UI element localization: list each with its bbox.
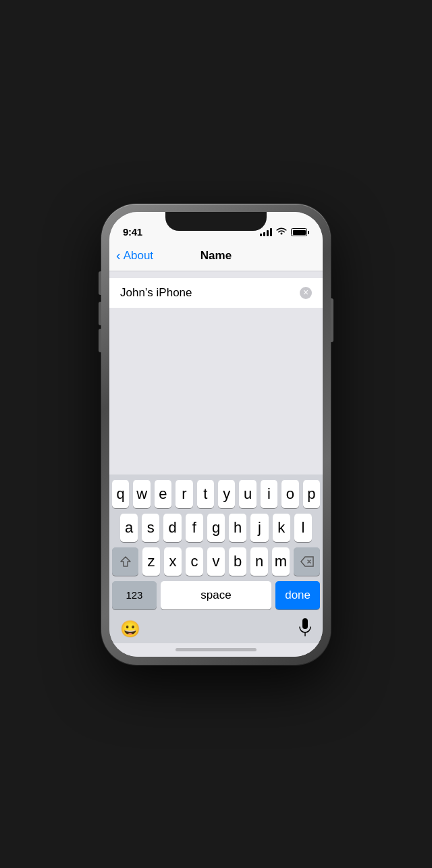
done-key[interactable]: done (275, 581, 320, 609)
keyboard-row-1: q w e r t y u i o p (112, 480, 320, 508)
delete-icon (300, 556, 314, 567)
device-name-input[interactable] (120, 286, 294, 300)
delete-key[interactable] (294, 547, 320, 576)
shift-icon (120, 555, 131, 568)
keyboard-accessory-bar: 😀 (109, 615, 323, 643)
shift-key[interactable] (112, 547, 138, 576)
key-n[interactable]: n (250, 547, 268, 576)
key-f[interactable]: f (186, 514, 203, 542)
key-v[interactable]: v (207, 547, 225, 576)
numbers-key[interactable]: 123 (112, 581, 157, 609)
key-a[interactable]: a (120, 514, 138, 542)
key-t[interactable]: t (197, 480, 214, 508)
microphone-icon[interactable] (298, 618, 312, 641)
key-q[interactable]: q (112, 480, 129, 508)
battery-icon (291, 228, 309, 236)
key-h[interactable]: h (229, 514, 246, 542)
home-indicator-area (109, 643, 323, 657)
key-g[interactable]: g (207, 514, 225, 542)
phone-screen: 9:41 (109, 212, 323, 657)
key-l[interactable]: l (294, 514, 312, 542)
key-u[interactable]: u (239, 480, 256, 508)
key-c[interactable]: c (186, 547, 203, 576)
key-x[interactable]: x (164, 547, 182, 576)
phone-device: 9:41 (101, 204, 331, 665)
section-separator (109, 271, 323, 278)
svg-rect-0 (302, 618, 308, 629)
text-field-row (109, 278, 323, 308)
keyboard-row-2: a s d f g h j k l (112, 514, 320, 542)
back-button[interactable]: ‹ About (116, 248, 153, 263)
keyboard-row-bottom: 123 space done (112, 581, 320, 609)
key-i[interactable]: i (261, 480, 277, 508)
nav-bar: ‹ About Name (109, 242, 323, 271)
key-d[interactable]: d (163, 514, 181, 542)
chevron-left-icon: ‹ (116, 248, 121, 263)
clear-text-button[interactable] (300, 287, 312, 299)
key-e[interactable]: e (155, 480, 171, 508)
wifi-icon (276, 227, 287, 238)
nav-title: Name (200, 249, 232, 263)
keyboard-row-3: z x c v b n m (112, 547, 320, 576)
status-time: 9:41 (123, 226, 142, 238)
emoji-icon[interactable]: 😀 (120, 620, 140, 639)
key-y[interactable]: y (218, 480, 235, 508)
key-k[interactable]: k (273, 514, 290, 542)
space-key[interactable]: space (161, 581, 271, 609)
key-j[interactable]: j (250, 514, 268, 542)
key-s[interactable]: s (142, 514, 159, 542)
key-w[interactable]: w (133, 480, 150, 508)
key-m[interactable]: m (272, 547, 290, 576)
signal-bars-icon (260, 228, 272, 236)
key-z[interactable]: z (142, 547, 160, 576)
keyboard: q w e r t y u i o p a s d f g h j k (109, 474, 323, 615)
key-o[interactable]: o (281, 480, 298, 508)
key-p[interactable]: p (303, 480, 320, 508)
notch (165, 212, 267, 231)
key-b[interactable]: b (229, 547, 246, 576)
key-r[interactable]: r (176, 480, 192, 508)
content-area (109, 308, 323, 474)
home-indicator (176, 648, 256, 651)
status-icons (260, 227, 309, 238)
back-label: About (124, 249, 153, 263)
